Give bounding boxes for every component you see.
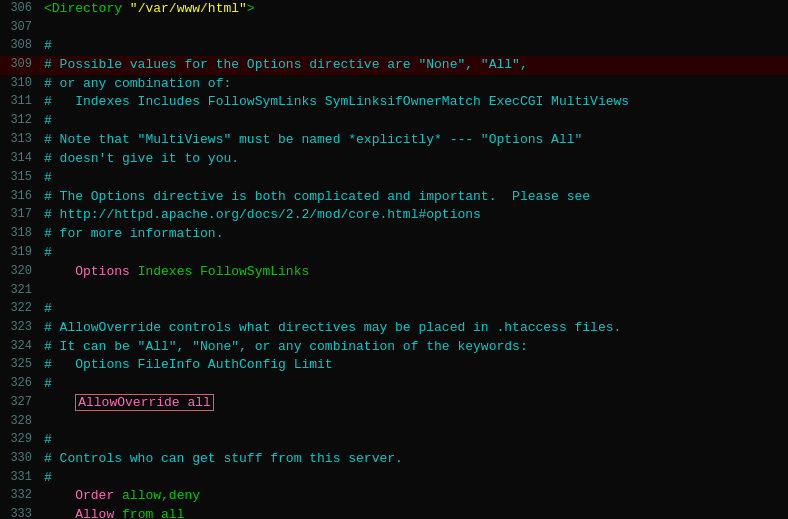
code-token: Options <box>75 264 130 279</box>
line-content: # It can be "All", "None", or any combin… <box>40 338 788 357</box>
code-token: # http://httpd.apache.org/docs/2.2/mod/c… <box>44 207 481 222</box>
code-line: 321 <box>0 282 788 300</box>
line-content: # Controls who can get stuff from this s… <box>40 450 788 469</box>
line-content: <Directory "/var/www/html"> <box>40 0 788 19</box>
code-token: # It can be "All", "None", or any combin… <box>44 339 528 354</box>
code-line: 311# Indexes Includes FollowSymLinks Sym… <box>0 93 788 112</box>
line-number: 332 <box>0 487 40 504</box>
line-number: 327 <box>0 394 40 411</box>
code-line: 326# <box>0 375 788 394</box>
line-number: 333 <box>0 506 40 519</box>
line-content: # <box>40 112 788 131</box>
line-number: 319 <box>0 244 40 261</box>
line-number: 326 <box>0 375 40 392</box>
code-token: "/var/www/html" <box>130 1 247 16</box>
code-token: # <box>44 432 52 447</box>
code-token: # <box>44 301 52 316</box>
code-token: <Directory <box>44 1 130 16</box>
code-token: Allow <box>75 507 114 519</box>
code-line: 310# or any combination of: <box>0 75 788 94</box>
code-token: # <box>44 113 52 128</box>
code-token: # Indexes Includes FollowSymLinks SymLin… <box>44 94 629 109</box>
line-content: # <box>40 169 788 188</box>
code-line: 327 AllowOverride all <box>0 394 788 413</box>
code-line: 320 Options Indexes FollowSymLinks <box>0 263 788 282</box>
line-content: # <box>40 375 788 394</box>
line-number: 313 <box>0 131 40 148</box>
line-number: 324 <box>0 338 40 355</box>
code-line: 313# Note that "MultiViews" must be name… <box>0 131 788 150</box>
code-token: # <box>44 470 52 485</box>
line-content: Allow from all <box>40 506 788 519</box>
line-number: 330 <box>0 450 40 467</box>
line-number: 309 <box>0 56 40 73</box>
code-line: 323# AllowOverride controls what directi… <box>0 319 788 338</box>
line-content: Options Indexes FollowSymLinks <box>40 263 788 282</box>
line-number: 325 <box>0 356 40 373</box>
line-content: Order allow,deny <box>40 487 788 506</box>
line-content: # doesn't give it to you. <box>40 150 788 169</box>
line-number: 310 <box>0 75 40 92</box>
line-number: 329 <box>0 431 40 448</box>
code-token: > <box>247 1 255 16</box>
line-number: 312 <box>0 112 40 129</box>
line-number: 308 <box>0 37 40 54</box>
line-number: 320 <box>0 263 40 280</box>
code-line: 328 <box>0 413 788 431</box>
highlighted-code: AllowOverride all <box>75 394 214 411</box>
line-content: # <box>40 37 788 56</box>
line-number: 315 <box>0 169 40 186</box>
code-line: 331# <box>0 469 788 488</box>
line-content: # AllowOverride controls what directives… <box>40 319 788 338</box>
code-line: 324# It can be "All", "None", or any com… <box>0 338 788 357</box>
code-line: 315# <box>0 169 788 188</box>
code-token: # <box>44 245 52 260</box>
line-content: # Indexes Includes FollowSymLinks SymLin… <box>40 93 788 112</box>
code-line: 317# http://httpd.apache.org/docs/2.2/mo… <box>0 206 788 225</box>
line-content: # Options FileInfo AuthConfig Limit <box>40 356 788 375</box>
line-content: # <box>40 431 788 450</box>
line-number: 321 <box>0 282 40 299</box>
code-line: 309# Possible values for the Options dir… <box>0 56 788 75</box>
line-content: # <box>40 469 788 488</box>
line-number: 331 <box>0 469 40 486</box>
code-line: 316# The Options directive is both compl… <box>0 188 788 207</box>
line-number: 317 <box>0 206 40 223</box>
line-content: # http://httpd.apache.org/docs/2.2/mod/c… <box>40 206 788 225</box>
code-token: # doesn't give it to you. <box>44 151 239 166</box>
line-content: AllowOverride all <box>40 394 788 413</box>
line-number: 328 <box>0 413 40 430</box>
line-content: # <box>40 300 788 319</box>
code-line: 322# <box>0 300 788 319</box>
line-number: 322 <box>0 300 40 317</box>
code-token: # <box>44 38 52 53</box>
code-line: 307 <box>0 19 788 37</box>
code-token: allow,deny <box>122 488 200 503</box>
line-number: 318 <box>0 225 40 242</box>
line-number: 306 <box>0 0 40 17</box>
code-line: 329# <box>0 431 788 450</box>
line-content: # Note that "MultiViews" must be named *… <box>40 131 788 150</box>
code-line: 312# <box>0 112 788 131</box>
line-number: 311 <box>0 93 40 110</box>
code-token: # for more information. <box>44 226 223 241</box>
code-line: 332 Order allow,deny <box>0 487 788 506</box>
code-line: 325# Options FileInfo AuthConfig Limit <box>0 356 788 375</box>
code-token: Order <box>75 488 114 503</box>
code-token: # AllowOverride controls what directives… <box>44 320 621 335</box>
code-token: # Possible values for the Options direct… <box>44 57 528 72</box>
line-number: 314 <box>0 150 40 167</box>
code-token: from all <box>122 507 184 519</box>
code-token: # <box>44 376 52 391</box>
code-line: 330# Controls who can get stuff from thi… <box>0 450 788 469</box>
code-token: Indexes FollowSymLinks <box>138 264 310 279</box>
code-line: 308# <box>0 37 788 56</box>
code-line: 318# for more information. <box>0 225 788 244</box>
code-line: 314# doesn't give it to you. <box>0 150 788 169</box>
code-token: # <box>44 170 52 185</box>
code-line: 306<Directory "/var/www/html"> <box>0 0 788 19</box>
line-number: 307 <box>0 19 40 36</box>
line-content: # or any combination of: <box>40 75 788 94</box>
code-token: # Controls who can get stuff from this s… <box>44 451 403 466</box>
line-number: 323 <box>0 319 40 336</box>
